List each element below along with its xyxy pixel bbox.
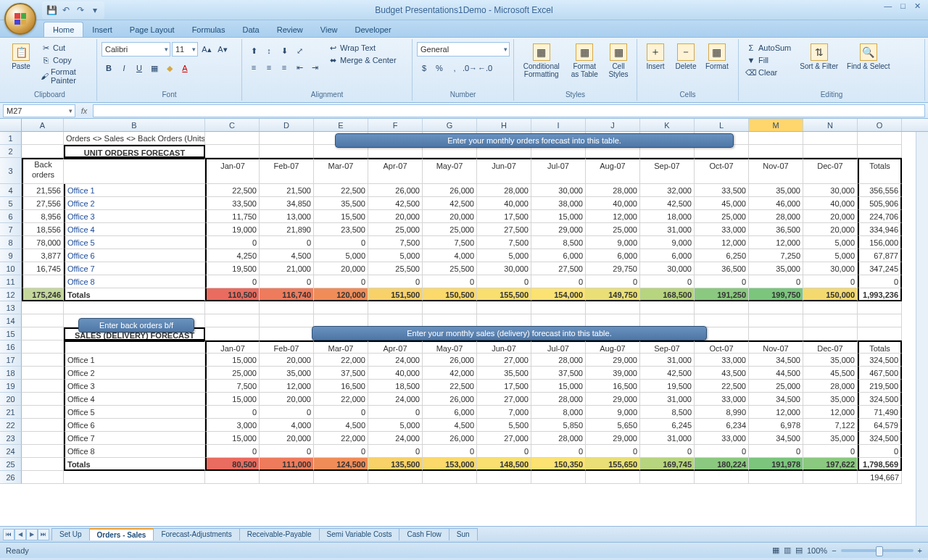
cell[interactable]: 110,500 xyxy=(205,288,260,301)
cell[interactable]: Sep-07 xyxy=(640,340,695,354)
cell[interactable]: 31,000 xyxy=(640,223,695,236)
cell[interactable]: 25,000 xyxy=(368,223,423,236)
orientation-button[interactable]: ⤢ xyxy=(292,43,307,58)
undo-icon[interactable]: ↶ xyxy=(59,4,72,17)
cell[interactable]: 33,500 xyxy=(695,184,749,197)
cell[interactable] xyxy=(858,145,902,158)
cell[interactable]: 0 xyxy=(368,445,423,458)
cell[interactable]: 0 xyxy=(205,275,260,288)
ribbon-tab-data[interactable]: Data xyxy=(233,22,268,37)
cell[interactable] xyxy=(22,275,64,288)
cell[interactable] xyxy=(22,393,64,406)
cell[interactable]: 37,500 xyxy=(531,367,586,380)
row-header[interactable]: 24 xyxy=(0,445,22,458)
cell[interactable]: 15,000 xyxy=(205,393,260,406)
fill-button[interactable]: ▼Fill xyxy=(743,54,794,66)
cell[interactable]: 151,500 xyxy=(368,288,423,301)
cell[interactable]: 30,000 xyxy=(803,184,858,197)
cell[interactable] xyxy=(260,471,314,484)
cell[interactable]: 46,000 xyxy=(749,197,803,210)
cell[interactable]: 4,500 xyxy=(423,419,477,432)
row-header[interactable]: 5 xyxy=(0,197,22,210)
cell[interactable]: 42,500 xyxy=(423,197,477,210)
cell[interactable]: 8,956 xyxy=(22,210,64,223)
col-header-E[interactable]: E xyxy=(314,119,368,131)
cell[interactable]: 199,750 xyxy=(749,288,803,301)
cell[interactable]: 34,850 xyxy=(260,197,314,210)
cell[interactable]: 0 xyxy=(858,275,902,288)
cell[interactable]: 356,556 xyxy=(858,184,902,197)
cell[interactable]: 26,000 xyxy=(368,184,423,197)
zoom-in-button[interactable]: + xyxy=(918,546,922,555)
cell[interactable]: 42,000 xyxy=(423,367,477,380)
cell[interactable]: Office 8 xyxy=(64,275,205,288)
cell[interactable] xyxy=(205,145,260,158)
cell[interactable]: 0 xyxy=(205,445,260,458)
cell[interactable]: 3,000 xyxy=(205,419,260,432)
cell[interactable] xyxy=(314,471,368,484)
cell[interactable]: 1,798,569 xyxy=(858,458,902,471)
cell[interactable]: 0 xyxy=(749,445,803,458)
align-middle-button[interactable]: ↕ xyxy=(262,43,276,58)
cell[interactable] xyxy=(22,432,64,445)
cell[interactable] xyxy=(22,419,64,432)
cell[interactable]: Nov-07 xyxy=(749,158,803,184)
cell[interactable]: Aug-07 xyxy=(586,340,640,354)
cell[interactable] xyxy=(205,471,260,484)
minimize-button[interactable]: — xyxy=(881,0,895,12)
row-header[interactable]: 23 xyxy=(0,432,22,445)
col-header-J[interactable]: J xyxy=(586,119,640,131)
cell[interactable] xyxy=(205,301,260,314)
cell[interactable]: 17,500 xyxy=(477,380,531,393)
cell[interactable]: 0 xyxy=(423,275,477,288)
cell[interactable]: 27,000 xyxy=(477,432,531,445)
cell[interactable]: 24,000 xyxy=(368,432,423,445)
cell[interactable]: 6,000 xyxy=(640,249,695,262)
cell[interactable]: 20,000 xyxy=(260,393,314,406)
cell[interactable]: 39,000 xyxy=(586,367,640,380)
cell[interactable]: 42,500 xyxy=(640,367,695,380)
cell[interactable]: 0 xyxy=(531,275,586,288)
cell[interactable]: 156,000 xyxy=(858,236,902,249)
cell[interactable]: 33,000 xyxy=(695,432,749,445)
zoom-level[interactable]: 100% xyxy=(807,546,827,555)
cut-button[interactable]: ✂Cut xyxy=(38,42,92,54)
row-header[interactable]: 18 xyxy=(0,367,22,380)
cell[interactable]: Office 7 xyxy=(64,262,205,275)
cell[interactable]: 42,500 xyxy=(368,197,423,210)
cell[interactable] xyxy=(858,132,902,145)
border-button[interactable]: ▦ xyxy=(147,61,162,75)
col-header-D[interactable]: D xyxy=(260,119,314,131)
cell[interactable]: 35,000 xyxy=(260,367,314,380)
cell[interactable]: 8,500 xyxy=(531,236,586,249)
decrease-indent-button[interactable]: ⇤ xyxy=(292,60,307,75)
cell[interactable]: 20,000 xyxy=(803,223,858,236)
cell[interactable]: Aug-07 xyxy=(586,158,640,184)
cell[interactable]: 28,000 xyxy=(531,393,586,406)
row-header[interactable]: 25 xyxy=(0,458,22,471)
cell[interactable]: Jun-07 xyxy=(477,340,531,354)
cell[interactable]: 42,500 xyxy=(640,197,695,210)
cell[interactable]: 324,500 xyxy=(858,432,902,445)
ribbon-tab-insert[interactable]: Insert xyxy=(83,22,121,37)
cell[interactable]: 20,000 xyxy=(368,210,423,223)
cell[interactable]: 0 xyxy=(314,406,368,419)
cell[interactable]: 6,000 xyxy=(423,406,477,419)
cell[interactable]: 7,500 xyxy=(368,236,423,249)
col-header-F[interactable]: F xyxy=(368,119,423,131)
cell[interactable]: 12,000 xyxy=(695,236,749,249)
ribbon-tab-view[interactable]: View xyxy=(312,22,347,37)
tab-prev-button[interactable]: ◀ xyxy=(14,529,26,540)
cell[interactable]: 22,500 xyxy=(695,380,749,393)
cell[interactable]: Office 5 xyxy=(64,236,205,249)
sheet-tab-semi-variable-costs[interactable]: Semi Variable Costs xyxy=(319,528,400,540)
cell[interactable]: Totals xyxy=(858,340,902,354)
row-header[interactable]: 13 xyxy=(0,301,22,314)
cell[interactable]: 25,500 xyxy=(423,262,477,275)
cell[interactable]: 35,000 xyxy=(749,262,803,275)
cell[interactable]: 0 xyxy=(803,445,858,458)
cell[interactable] xyxy=(205,132,260,145)
fill-color-button[interactable]: ◆ xyxy=(162,61,177,75)
cell[interactable]: 35,000 xyxy=(803,393,858,406)
cell[interactable]: 35,000 xyxy=(749,184,803,197)
